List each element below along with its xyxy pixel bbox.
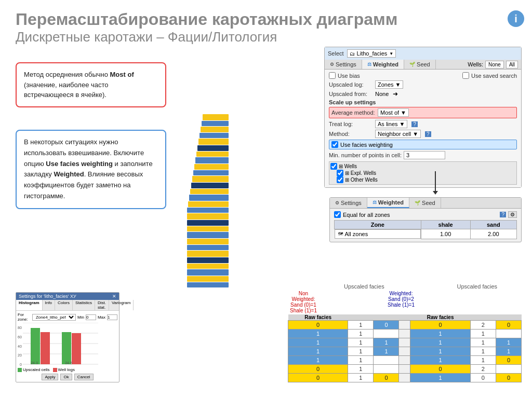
wells-tree: ⊞ Wells ⊞ Expl. Wells ⊞ Other Wells bbox=[329, 161, 517, 185]
min-input[interactable] bbox=[86, 314, 96, 320]
use-bias-label: Use bias bbox=[338, 73, 382, 79]
comp-row-1: 0 1 0 0 2 0 bbox=[288, 321, 522, 330]
weighted-panel-body: Equal for all zones ? ⚙ Zone shale sand … bbox=[330, 209, 521, 242]
tab-weighted-label: Weighted bbox=[373, 61, 398, 67]
min-points-input[interactable]: 3 bbox=[404, 151, 445, 159]
r5c5: 1 bbox=[410, 356, 470, 365]
r2c1: 1 bbox=[288, 330, 348, 338]
treat-log-row: Treat log: As lines ▼ ? bbox=[329, 120, 517, 128]
method-select[interactable]: Neighbor cell ▼ bbox=[375, 130, 421, 138]
red-box-bold: Most of bbox=[110, 71, 134, 78]
hist-tab-histogram[interactable]: Histogram bbox=[16, 300, 43, 310]
weighted-tab-seed-label: Seed bbox=[422, 200, 435, 206]
use-saved-search-checkbox[interactable] bbox=[462, 72, 469, 79]
blue-box-bold1: Use facies weighting bbox=[46, 160, 113, 168]
hist-tab-statistics[interactable]: Statistics bbox=[73, 300, 95, 310]
equal-all-zones-label: Equal for all zones bbox=[343, 212, 390, 218]
max-input[interactable] bbox=[107, 314, 117, 320]
cancel-button[interactable]: Cancel bbox=[74, 374, 94, 380]
help-icon-treat[interactable]: ? bbox=[411, 121, 418, 127]
ok-button[interactable]: Ok bbox=[60, 374, 72, 380]
tab-seed[interactable]: 🌱 Seed bbox=[404, 60, 436, 69]
svg-rect-11 bbox=[191, 183, 229, 188]
zone-select[interactable]: Zone4_litho_pef bbox=[32, 314, 76, 321]
apply-button[interactable]: Apply bbox=[42, 374, 58, 380]
upscaled-log-select[interactable]: Zones ▼ bbox=[375, 80, 403, 89]
average-method-select[interactable]: Most of ▼ bbox=[378, 108, 409, 117]
weighted-tab-seed[interactable]: 🌱 Seed bbox=[409, 198, 441, 208]
all-zones-label: All zones bbox=[345, 231, 368, 237]
help-icon-method[interactable]: ? bbox=[425, 131, 431, 137]
histogram-close-icon[interactable]: ✕ bbox=[112, 294, 116, 299]
weighted-tab-weighted[interactable]: ⚖ Weighted bbox=[367, 198, 409, 208]
page-title-line2: Дискретные каротажи – Фации/Литология bbox=[16, 29, 516, 45]
r6c3 bbox=[374, 365, 399, 374]
page-title-line1: Перемасштабирование каротажных диаграмм bbox=[16, 9, 516, 29]
info-icon[interactable]: i bbox=[508, 10, 524, 27]
method-arrow: ▼ bbox=[413, 131, 418, 137]
histogram-panel: Settings for 'litho_facies' ХУ ✕ Histogr… bbox=[16, 292, 119, 382]
spacer-col bbox=[399, 314, 410, 321]
select-value: Litho_facies bbox=[357, 50, 388, 57]
legend-label-upscaled: Upscaled cells bbox=[23, 367, 50, 372]
expl-wells-checkbox[interactable] bbox=[337, 170, 343, 176]
svg-rect-17 bbox=[187, 220, 229, 226]
r7-spacer bbox=[399, 374, 410, 382]
svg-rect-5 bbox=[197, 145, 229, 151]
treat-log-label: Treat log: bbox=[329, 121, 373, 127]
upscaled-log-value: Zones bbox=[378, 81, 394, 88]
litho-facies-select[interactable]: 🗂 Litho_facies ▼ bbox=[347, 49, 396, 58]
sand-value-cell[interactable]: 2.00 bbox=[470, 229, 516, 239]
tab-weighted[interactable]: ⚖ Weighted bbox=[362, 60, 404, 69]
r4-spacer bbox=[399, 347, 410, 356]
wells-none-button[interactable]: None bbox=[485, 61, 504, 68]
svg-rect-6 bbox=[196, 152, 229, 157]
use-facies-weighting-checkbox[interactable] bbox=[331, 141, 338, 148]
svg-rect-4 bbox=[198, 139, 229, 145]
svg-rect-33 bbox=[31, 328, 40, 364]
other-wells-checkbox[interactable] bbox=[337, 176, 343, 183]
svg-text:24.3: 24.3 bbox=[31, 361, 38, 365]
method-value: Neighbor cell bbox=[378, 131, 411, 137]
svg-rect-16 bbox=[187, 213, 229, 219]
zone-weights-table: Zone shale sand 🗺 All zones 1.00 2.00 bbox=[334, 220, 517, 239]
shale-col-header: shale bbox=[421, 221, 470, 229]
legend-upscaled-cells: Upscaled cells bbox=[18, 367, 50, 372]
r3c2: 1 bbox=[348, 338, 374, 347]
treat-log-select[interactable]: As lines ▼ bbox=[375, 120, 407, 128]
weighted-tab-settings-label: Settings bbox=[341, 200, 362, 206]
r1c5: 0 bbox=[410, 321, 470, 330]
use-saved-search-label: Use saved search bbox=[471, 73, 517, 79]
r4c2: 1 bbox=[348, 347, 374, 356]
hist-tab-dist-stat[interactable]: Dist. stat. bbox=[95, 300, 109, 310]
select-label: Select bbox=[328, 50, 344, 57]
svg-rect-35 bbox=[62, 332, 71, 364]
hist-tab-colors[interactable]: Colors bbox=[55, 300, 73, 310]
raw-facies-right-header-spacer bbox=[411, 283, 431, 290]
col5 bbox=[470, 314, 496, 321]
comp-data-table: Raw facies Raw facies 0 1 0 0 2 0 1 bbox=[288, 314, 522, 382]
comp-header-row: Upscaled facies Upscaled facies bbox=[288, 283, 522, 290]
r4c3: 1 bbox=[374, 347, 399, 356]
wells-all-button[interactable]: All bbox=[506, 61, 518, 68]
svg-rect-1 bbox=[202, 121, 229, 126]
average-method-value: Most of bbox=[380, 109, 399, 116]
wells-tree-checkbox[interactable] bbox=[330, 163, 337, 170]
use-facies-weighting-label: Use facies weighting bbox=[340, 142, 393, 148]
settings-icon-weighted[interactable]: ⚙ bbox=[508, 211, 517, 218]
equal-all-zones-checkbox[interactable] bbox=[334, 211, 341, 218]
svg-rect-10 bbox=[192, 176, 229, 182]
help-icon-weighted[interactable]: ? bbox=[500, 212, 506, 217]
weighted-tab-settings[interactable]: ⚙ Settings bbox=[330, 198, 367, 208]
tab-settings[interactable]: ⚙ Settings bbox=[325, 60, 362, 69]
shale-value-cell[interactable]: 1.00 bbox=[421, 229, 470, 239]
hist-tab-info[interactable]: Info bbox=[43, 300, 55, 310]
tree-item-expl-wells: ⊞ Expl. Wells bbox=[337, 170, 515, 176]
svg-rect-27 bbox=[187, 282, 229, 287]
use-bias-checkbox[interactable] bbox=[329, 72, 336, 79]
svg-text:24.5: 24.5 bbox=[65, 361, 72, 365]
hist-tab-variogram[interactable]: Variogram bbox=[109, 300, 134, 310]
r7c1: 0 bbox=[288, 374, 348, 382]
svg-rect-25 bbox=[187, 269, 229, 276]
settings-panel-body: Use bias Use saved search Upscaled log: … bbox=[325, 70, 521, 187]
